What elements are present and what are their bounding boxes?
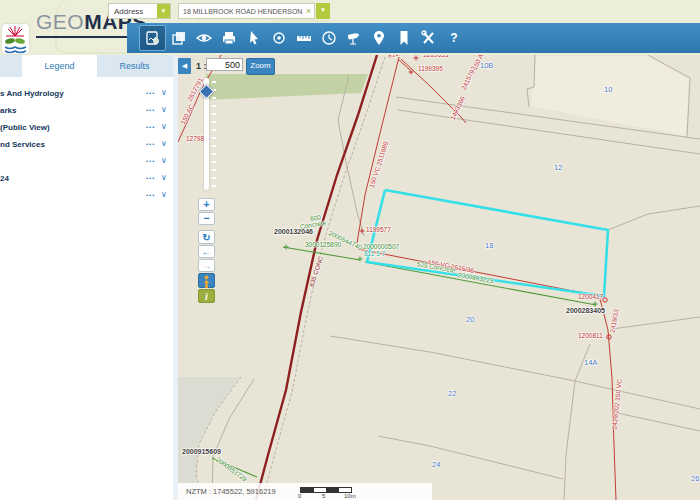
map-label: 1200417 (578, 293, 603, 300)
search-input[interactable]: 18 MILLBROOK ROAD HENDERSON × (178, 3, 315, 19)
layer-group-label: nd Services (0, 140, 45, 149)
print-icon[interactable] (216, 26, 241, 50)
chevron-down-icon[interactable]: ∨ (161, 105, 167, 114)
map-label: 2000283405 (566, 307, 605, 314)
map-label: 10 (604, 85, 612, 94)
streetview-pegman-button[interactable] (198, 273, 215, 288)
previous-extent-icon[interactable]: ← (198, 245, 215, 258)
layer-group-label: (Public View) (0, 123, 50, 132)
help-icon[interactable]: ? (441, 26, 466, 50)
layer-group-row[interactable]: arks•••∨ (0, 103, 170, 120)
tools-icon[interactable] (416, 26, 441, 50)
layer-group-row[interactable]: nd Services•••∨ (0, 137, 170, 154)
chevron-down-icon[interactable]: ∨ (161, 139, 167, 148)
council-flower-logo (2, 24, 29, 54)
toolbar: ? (127, 23, 700, 53)
chevron-down-icon[interactable]: ∨ (161, 173, 167, 182)
layer-group-row[interactable]: •••∨ (0, 154, 170, 171)
map-label: 2000132046 (274, 228, 313, 235)
clear-search-icon[interactable]: × (306, 6, 311, 16)
measure-ruler-icon[interactable] (291, 26, 316, 50)
map-label: 1199577 (366, 226, 391, 233)
layer-options-icon[interactable]: ••• (146, 175, 155, 181)
map-label: 20 (466, 315, 474, 324)
map-label: 1289633 (423, 55, 448, 58)
search-type-select[interactable]: Address ▼ (108, 3, 171, 19)
map-label: 26 (691, 474, 699, 483)
map-label: 811 5 7 (364, 250, 385, 257)
layer-group-label: s And Hydrology (0, 89, 64, 98)
svg-text:?: ? (450, 31, 457, 45)
map-status-bar: NZTM : 1745522, 5916219 0 5 10m (178, 483, 432, 500)
map-label: 14A (584, 358, 597, 367)
history-clock-icon[interactable] (316, 26, 341, 50)
tab-results[interactable]: Results (97, 55, 172, 77)
map-label: 2000915609 (182, 448, 221, 455)
zoom-slider-ticks (212, 81, 216, 187)
layer-group-label: 24 (0, 174, 9, 183)
chevron-down-icon[interactable]: ∨ (161, 156, 167, 165)
streetview-camera-icon[interactable] (341, 26, 366, 50)
location-pin-icon[interactable] (366, 26, 391, 50)
layers-icon[interactable] (166, 26, 191, 50)
scale-input[interactable]: 500 (206, 58, 243, 71)
pohutukawa-icon (2, 24, 29, 54)
chevron-down-icon[interactable]: ∨ (161, 122, 167, 131)
layer-group-row[interactable]: s And Hydrology•••∨ (0, 86, 170, 103)
collapse-sidebar-button[interactable]: ◀ (178, 58, 191, 74)
map-label: 1199395 (418, 65, 443, 72)
map-label: 2000000507 (363, 243, 399, 250)
layer-group-row[interactable]: (Public View)•••∨ (0, 120, 170, 137)
map-label: 3000125890 (305, 241, 341, 248)
layer-group-label: arks (0, 106, 16, 115)
chevron-down-icon[interactable]: ∨ (161, 190, 167, 199)
map-label: 18 (485, 241, 493, 250)
scalebar-label-5: 5 (322, 493, 325, 499)
search-query-value: 18 MILLBROOK ROAD HENDERSON (183, 8, 302, 15)
layer-options-icon[interactable]: ••• (146, 124, 155, 130)
layer-options-icon[interactable]: ••• (146, 192, 155, 198)
select-cursor-icon[interactable] (241, 26, 266, 50)
map-label: 22 (448, 389, 456, 398)
next-extent-icon[interactable]: → (198, 259, 215, 272)
info-button[interactable]: i (198, 289, 215, 303)
map-viewport[interactable]: 10B10121820222414A26128963311993958115/3… (178, 55, 700, 500)
nztm-coordinates: NZTM : 1745522, 5916219 (186, 487, 276, 496)
scalebar-label-10m: 10m (344, 493, 356, 499)
search-type-dropdown-icon[interactable]: ▼ (157, 4, 170, 18)
sidebar: LegendResults s And Hydrology•••∨arks•••… (0, 55, 178, 500)
geomaps-app: GEOMAPS Address ▼ 18 MILLBROOK ROAD HEND… (0, 0, 700, 500)
pegman-icon (199, 275, 214, 288)
scale-ratio-label: 1 : (196, 61, 207, 71)
layer-options-icon[interactable]: ••• (146, 107, 155, 113)
map-canvas (178, 55, 700, 500)
layer-options-icon[interactable]: ••• (146, 158, 155, 164)
header: GEOMAPS Address ▼ 18 MILLBROOK ROAD HEND… (0, 0, 700, 55)
map-label: 1200811 (578, 332, 603, 339)
zoom-button[interactable]: Zoom (246, 58, 275, 75)
layer-group-row[interactable]: •••∨ (0, 188, 170, 205)
bookmark-icon[interactable] (391, 26, 416, 50)
search-type-value: Address (114, 7, 143, 16)
scalebar-label-0: 0 (298, 493, 301, 499)
locate-target-icon[interactable] (266, 26, 291, 50)
sidebar-tabs: LegendResults (0, 55, 178, 77)
logo-geo: GEO (36, 10, 84, 33)
zoom-out-button[interactable]: − (198, 212, 215, 225)
layer-options-icon[interactable]: ••• (146, 90, 155, 96)
tab-legend[interactable]: Legend (22, 55, 97, 77)
chevron-down-icon[interactable]: ∨ (161, 88, 167, 97)
map-label: 12 (554, 163, 562, 172)
map-label: 24 (432, 460, 440, 469)
search-dropdown-button[interactable]: ▼ (316, 3, 330, 19)
map-label: 10B (480, 61, 493, 70)
visibility-icon[interactable] (191, 26, 216, 50)
layer-group-row[interactable]: 24•••∨ (0, 171, 170, 188)
basemap-icon[interactable] (139, 25, 166, 51)
layer-options-icon[interactable]: ••• (146, 141, 155, 147)
zoom-in-button[interactable]: + (198, 198, 215, 211)
reset-view-icon[interactable]: ↻ (198, 230, 215, 244)
